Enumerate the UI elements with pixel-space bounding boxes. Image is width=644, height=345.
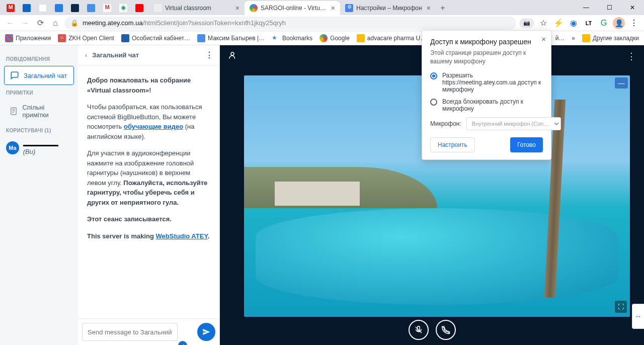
browser-menu-icon[interactable]: ⋮	[628, 17, 640, 29]
radio-icon	[430, 99, 437, 106]
browser-tab[interactable]: Virtual classroom×	[149, 1, 245, 15]
bookmark-label: Особистий кабінет…	[132, 35, 190, 42]
pinned-tab[interactable]: ◉	[117, 1, 133, 15]
sidebar-section-users: КОРИСТУВАЧІ (1)	[6, 128, 72, 133]
webstudio-link[interactable]: WebStudio ATEY	[156, 232, 208, 240]
close-icon[interactable]: ×	[331, 4, 335, 12]
window-maximize[interactable]: ☐	[598, 0, 621, 15]
radio-label: Всегда блокировать доступ к микрофону	[442, 98, 543, 112]
apps-shortcut[interactable]: Приложения	[5, 34, 51, 42]
chat-input-row: ✓	[78, 318, 219, 345]
leave-audio-button[interactable]	[436, 320, 456, 340]
bookmark-item-truncated[interactable]: й…	[555, 35, 565, 42]
pinned-tab[interactable]	[52, 1, 68, 15]
sidebar-item-label: Загальний чат	[24, 72, 67, 79]
tutorial-link[interactable]: обучающие видео	[124, 123, 183, 130]
chat-title: Загальний чат	[92, 51, 139, 59]
bookmark-label: Максим Батырев |…	[208, 35, 265, 42]
bookmark-item[interactable]: Особистий кабінет…	[121, 34, 190, 42]
sidebar-item-shared-notes[interactable]: Спільні примітки	[4, 100, 74, 123]
star-icon[interactable]: ☆	[537, 17, 549, 29]
bookmark-label: Другие закладки	[593, 35, 639, 42]
user-name: (Ви)	[23, 140, 72, 155]
sidebar-item-public-chat[interactable]: Загальний чат	[4, 66, 74, 85]
browser-tab[interactable]: ⚙Настройки – Микрофон×	[340, 1, 436, 15]
nav-back[interactable]: ←	[4, 17, 16, 29]
chat-icon	[10, 70, 20, 80]
nav-reload[interactable]: ⟳	[34, 17, 46, 29]
recording-notice: Этот сеанс записывается.	[87, 215, 172, 223]
sidebar-section-messages: ПОВІДОМЛЕННЯ	[6, 56, 72, 62]
bookmark-item[interactable]: Максим Батырев |…	[197, 34, 265, 42]
pinned-tab[interactable]: M	[101, 1, 117, 15]
popup-title: Доступ к микрофону разрешен	[430, 38, 543, 46]
extension-icon[interactable]: ⚡	[552, 17, 565, 29]
pinned-tab[interactable]	[20, 1, 36, 15]
tab-title: Настройки – Микрофон	[356, 5, 424, 12]
bookmark-label: й…	[555, 35, 565, 42]
chevron-left-icon[interactable]: ‹	[85, 51, 87, 59]
url-box[interactable]: 🔒 meeting.atey.com.ua/html5client/join?s…	[64, 17, 516, 30]
svg-point-1	[231, 52, 234, 55]
send-button[interactable]	[197, 323, 215, 341]
user-avatar: Ma	[6, 141, 19, 154]
bookmark-item[interactable]: advacare pharma U…	[357, 34, 426, 42]
help-text: Чтобы разобраться, как пользоваться сист…	[87, 102, 210, 141]
window-close[interactable]: ✕	[621, 0, 644, 15]
chat-options-icon[interactable]: ⋮	[205, 50, 213, 60]
close-icon[interactable]: ×	[235, 4, 239, 12]
url-domain: meeting.atey.com.ua	[83, 19, 143, 27]
microphone-select[interactable]: Внутренний микрофон (Con…	[466, 117, 561, 130]
microphone-label: Микрофон:	[430, 120, 461, 127]
lock-icon: 🔒	[70, 19, 78, 27]
radio-block[interactable]: Всегда блокировать доступ к микрофону	[430, 98, 543, 112]
extension-icon[interactable]: ◉	[568, 17, 580, 29]
pinned-tab[interactable]	[85, 1, 101, 15]
media-controls	[220, 320, 644, 340]
window-minimize[interactable]: —	[575, 0, 598, 15]
pinned-tab[interactable]	[68, 1, 85, 15]
browser-tab-active[interactable]: SARGOI-online - Virtual classroo×	[245, 1, 340, 15]
fullscreen-icon[interactable]: ⛶	[615, 301, 627, 313]
camera-indicator-icon[interactable]: 📷	[519, 18, 534, 28]
address-bar: ← → ⟳ ⌂ 🔒 meeting.atey.com.ua/html5clien…	[0, 15, 644, 31]
extension-icon[interactable]: G	[598, 17, 610, 29]
nav-forward[interactable]: →	[19, 17, 31, 29]
radio-allow[interactable]: Разрешить https://meeting.atey.com.ua до…	[430, 72, 543, 93]
teamviewer-icon[interactable]: ↔	[632, 304, 644, 329]
microphone-permission-popup: × Доступ к микрофону разрешен Этой стран…	[422, 30, 551, 160]
check-icon: ✓	[178, 341, 187, 345]
close-icon[interactable]: ×	[541, 35, 546, 43]
bookmarks-overflow[interactable]: »	[572, 35, 575, 42]
user-item[interactable]: Ma (Ви)	[4, 137, 74, 158]
chat-message-input[interactable]	[82, 323, 178, 341]
done-button[interactable]: Готово	[510, 137, 543, 152]
pinned-tab[interactable]	[36, 1, 52, 15]
nav-home[interactable]: ⌂	[49, 17, 61, 29]
tab-title: Virtual classroom	[165, 5, 232, 12]
radio-label: Разрешить https://meeting.atey.com.ua до…	[442, 72, 543, 93]
other-bookmarks[interactable]: Другие закладки	[582, 34, 639, 42]
minimize-presentation-button[interactable]: —	[615, 77, 628, 89]
settings-button[interactable]: Настроить	[430, 137, 475, 152]
mute-audio-button[interactable]	[409, 320, 429, 340]
radio-icon	[430, 72, 437, 79]
chat-header: ‹ Загальний чат ⋮	[78, 45, 219, 65]
bookmark-item[interactable]: ★Bookmarks	[272, 34, 312, 42]
users-icon[interactable]	[228, 51, 237, 62]
bookmark-item[interactable]: Google	[319, 34, 350, 42]
pinned-tab[interactable]: M	[4, 1, 20, 15]
bookmark-item[interactable]: ⌂ZKH Open Client	[58, 34, 114, 42]
close-icon[interactable]: ×	[427, 4, 431, 12]
bookmark-label: ZKH Open Client	[68, 35, 114, 42]
notes-icon	[9, 106, 19, 116]
profile-avatar[interactable]: 👤	[613, 17, 625, 29]
pinned-tab[interactable]	[133, 1, 149, 15]
sidebar: ПОВІДОМЛЕННЯ Загальний чат ПРИМІТКИ Спіл…	[0, 45, 78, 345]
new-tab-button[interactable]: +	[436, 1, 450, 15]
sidebar-section-notes: ПРИМІТКИ	[6, 90, 72, 96]
extension-icon[interactable]: LT	[583, 17, 595, 29]
bookmark-label: advacare pharma U…	[367, 35, 426, 42]
room-options-icon[interactable]: ⋮	[627, 51, 636, 62]
chat-panel: ‹ Загальний чат ⋮ Добро пожаловать на со…	[78, 45, 220, 345]
